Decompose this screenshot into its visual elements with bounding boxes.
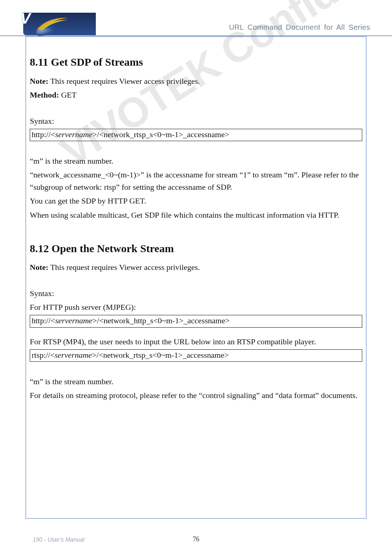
rtsp-label: For RTSP (MP4), the user needs to input … — [30, 336, 362, 348]
brand-logo: V — [0, 10, 80, 35]
http-push-label: For HTTP push server (MJPEG): — [30, 301, 362, 313]
note-text: This request requires Viewer access priv… — [48, 77, 200, 86]
method-label: Method: — [30, 90, 59, 99]
note-label-812: Note: — [30, 263, 48, 272]
p-811-2: “network_accessname_<0~(m-1)>” is the ac… — [30, 169, 362, 193]
page-header: V URL Command Document for All Series — [0, 10, 392, 36]
method-line-811: Method: GET — [30, 89, 362, 101]
note-line-812: Note: This request requires Viewer acces… — [30, 261, 362, 274]
syntax-post: >/<network_rtsp_s<0~m-1>_accessname> — [93, 130, 229, 139]
http-post: >/<network_http_s<0~m-1>_accessname> — [93, 316, 230, 325]
p-812-2: For details on streaming protocol, pleas… — [30, 389, 362, 402]
note-label: Note: — [30, 77, 48, 86]
p-811-1: “m” is the stream number. — [30, 155, 362, 167]
section-heading-811: 8.11 Get SDP of Streams — [30, 54, 362, 71]
section-heading-812: 8.12 Open the Network Stream — [30, 240, 362, 257]
syntax-label-811: Syntax: — [30, 115, 362, 127]
rtsp-post: >/<network_rtsp_s<0~m-1>_accessname> — [92, 350, 229, 360]
page-footer: 190 - User's Manual 76 — [0, 532, 392, 543]
rtsp-pre: rtsp://< — [32, 350, 55, 360]
logo-letter-icon: V — [20, 10, 30, 27]
note-text-812: This request requires Viewer access priv… — [48, 263, 200, 272]
http-pre: http://< — [32, 316, 55, 325]
syntax-pre: http://< — [32, 130, 55, 139]
page: V URL Command Document for All Series VI… — [0, 0, 392, 554]
note-line-811: Note: This request requires Viewer acces… — [30, 75, 362, 87]
syntax-label-812: Syntax: — [30, 287, 362, 300]
p-812-1: “m” is the stream number. — [30, 376, 362, 388]
syntax-box-811: http://<servername>/<network_rtsp_s<0~m-… — [30, 129, 362, 141]
rtsp-server: servername — [55, 350, 92, 360]
syntax-server: servername — [55, 130, 93, 139]
header-doc-title: URL Command Document for All Series — [229, 23, 370, 35]
p-811-4: When using scalable multicast, Get SDP f… — [30, 209, 362, 221]
method-value: GET — [59, 90, 77, 99]
content-frame: VIVOTEK Confidential 8.11 Get SDP of Str… — [25, 36, 367, 519]
content-body: 8.11 Get SDP of Streams Note: This reque… — [26, 37, 366, 407]
syntax-box-http: http://<servername>/<network_http_s<0~m-… — [30, 315, 362, 327]
p-811-3: You can get the SDP by HTTP GET. — [30, 195, 362, 207]
logo-swoosh-icon — [36, 16, 69, 31]
syntax-box-rtsp: rtsp://<servername>/<network_rtsp_s<0~m-… — [30, 349, 362, 362]
footer-page-number: 76 — [0, 535, 392, 543]
http-server: servername — [55, 316, 93, 325]
